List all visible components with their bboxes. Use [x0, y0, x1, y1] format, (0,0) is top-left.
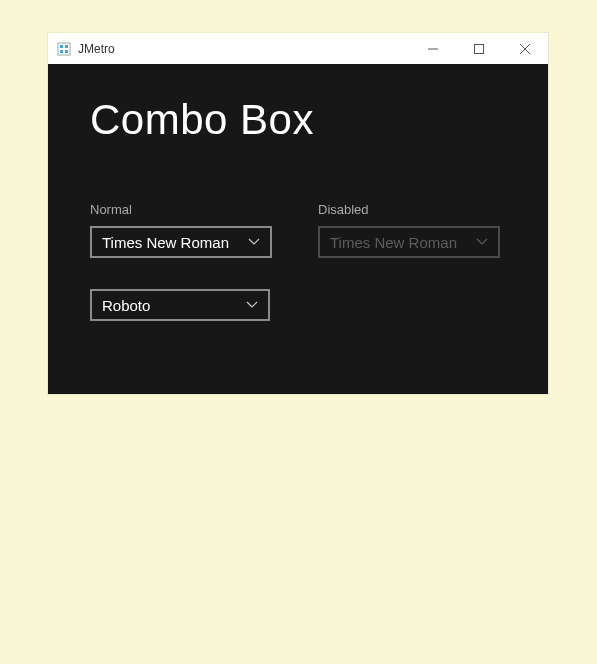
normal-column: Normal Times New Roman Roboto	[90, 202, 272, 321]
svg-rect-5	[475, 44, 484, 53]
minimize-button[interactable]	[410, 33, 456, 64]
chevron-down-icon	[248, 236, 260, 248]
combo-value: Roboto	[102, 297, 150, 314]
normal-combo-2[interactable]: Roboto	[90, 289, 270, 321]
window-controls	[410, 33, 548, 64]
svg-rect-4	[65, 50, 68, 53]
svg-rect-2	[65, 45, 68, 48]
window-title: JMetro	[78, 42, 115, 56]
chevron-down-icon	[476, 236, 488, 248]
disabled-combo-1: Times New Roman	[318, 226, 500, 258]
app-window: JMetro Combo Box Normal Times New Roman	[48, 33, 548, 394]
titlebar: JMetro	[48, 33, 548, 64]
maximize-button[interactable]	[456, 33, 502, 64]
combo-value: Times New Roman	[102, 234, 229, 251]
combo-value: Times New Roman	[330, 234, 457, 251]
svg-rect-1	[60, 45, 63, 48]
chevron-down-icon	[246, 299, 258, 311]
normal-combo-1[interactable]: Times New Roman	[90, 226, 272, 258]
columns: Normal Times New Roman Roboto Disabled	[90, 202, 506, 321]
page-title: Combo Box	[90, 96, 506, 144]
content-area: Combo Box Normal Times New Roman Roboto	[48, 64, 548, 394]
normal-label: Normal	[90, 202, 272, 217]
disabled-label: Disabled	[318, 202, 500, 217]
svg-rect-3	[60, 50, 63, 53]
disabled-column: Disabled Times New Roman	[318, 202, 500, 321]
svg-rect-0	[58, 43, 70, 55]
close-button[interactable]	[502, 33, 548, 64]
app-icon	[56, 41, 72, 57]
